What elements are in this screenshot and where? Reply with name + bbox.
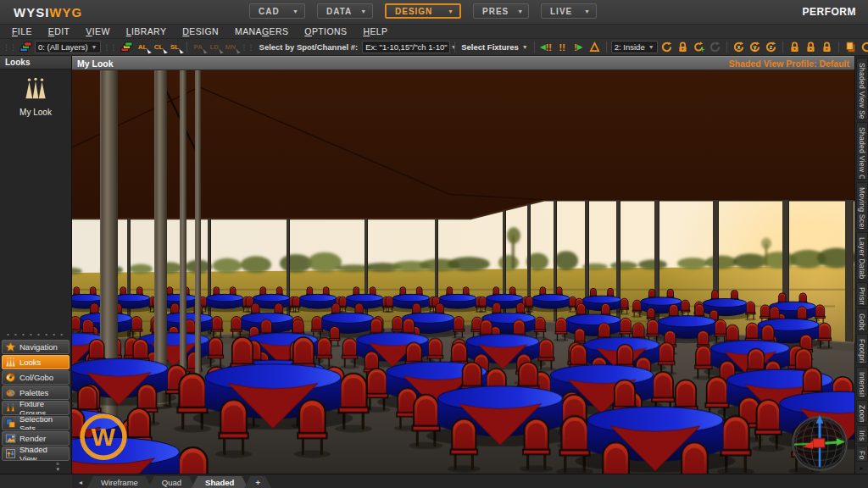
chevron-down-icon: ▾ xyxy=(56,467,59,472)
toolbar-separator xyxy=(454,42,455,53)
panel-button-shaded-view[interactable]: Shaded View... xyxy=(2,446,70,461)
view-tab-quad[interactable]: Quad xyxy=(148,476,195,488)
svg-text:+: + xyxy=(700,46,704,53)
rotate-y-icon[interactable]: y xyxy=(748,40,762,54)
chevron-down-icon: ▼ xyxy=(292,8,299,14)
panel-button-selection-sets[interactable]: Selection Sets xyxy=(2,416,70,430)
quick-panel-tab-intensity[interactable]: Intensity xyxy=(856,367,868,396)
menu-design[interactable]: DESIGN xyxy=(182,26,219,36)
panel-button-render[interactable]: Render xyxy=(2,431,70,446)
quick-panel-tab-gobo[interactable]: Gobo xyxy=(856,308,868,331)
group-icon xyxy=(5,402,16,413)
refresh-view-icon[interactable] xyxy=(860,40,868,54)
quick-panel-tab-layer-database[interactable]: Layer Database xyxy=(856,232,868,280)
scene-layers-icon[interactable] xyxy=(120,40,134,54)
menu-library[interactable]: LIBRARY xyxy=(126,26,167,36)
mode-button-live[interactable]: LIVE▼ xyxy=(541,3,597,19)
copy-view-icon[interactable] xyxy=(843,40,858,54)
viewport-scene-3d[interactable]: W xyxy=(72,70,854,474)
menu-edit[interactable]: EDIT xyxy=(48,26,70,36)
mode-button-pres[interactable]: PRES▼ xyxy=(473,3,529,19)
panel-button-fixture-groups[interactable]: Fixture Groups xyxy=(2,401,70,415)
perform-label: PERFORM xyxy=(803,6,857,18)
quick-panel-tab-footprint[interactable]: Footprint xyxy=(856,334,868,365)
panel-button-label: Navigation xyxy=(19,342,58,352)
lock-z-icon[interactable] xyxy=(820,40,834,54)
lock-y-icon[interactable] xyxy=(804,40,818,54)
menu-help[interactable]: HELP xyxy=(363,26,387,36)
quick-panel-tab-zoom[interactable]: Zoom xyxy=(856,400,868,424)
active-layer-combo[interactable]: 0: (All Layers)▼ xyxy=(35,41,101,53)
viewport-title-bar[interactable]: My Look Shaded View Profile: Default xyxy=(72,56,854,70)
panel-drag-handle[interactable]: • • • • • • • • xyxy=(0,330,71,338)
mode-button-cad[interactable]: CAD▼ xyxy=(249,3,305,19)
select-all-tool-icon[interactable]: AL xyxy=(136,40,150,54)
panel-button-label: Col/Gobo xyxy=(19,373,53,382)
rotate-z-icon[interactable]: z xyxy=(764,40,778,54)
menu-options[interactable]: OPTIONS xyxy=(304,26,347,36)
menu-managers[interactable]: MANAGERS xyxy=(235,26,288,36)
new-camera-icon[interactable]: + xyxy=(692,40,706,54)
select-min-tool-icon[interactable]: MN xyxy=(224,40,238,54)
bottom-left-filler xyxy=(0,474,72,488)
layer-colors-icon[interactable] xyxy=(19,40,33,54)
toolbar-separator xyxy=(838,42,839,53)
toolbar-grip: ⋮⋮ xyxy=(2,43,17,52)
panel-button-looks[interactable]: Looks xyxy=(2,355,70,369)
next-flag-icon[interactable]: !▶ xyxy=(571,40,586,54)
camera-view-combo[interactable]: 2: Inside▼ xyxy=(611,41,658,53)
panel-button-palettes[interactable]: Palettes xyxy=(2,385,70,400)
tent-ceiling xyxy=(72,70,854,219)
look-item-my-look[interactable]: My Look xyxy=(0,76,71,117)
quick-panel-tab-shaded-view-settings[interactable]: Shaded View Settings xyxy=(856,58,868,119)
select-fixtures-dropdown[interactable]: Select Fixtures▼ xyxy=(459,42,530,52)
select-spot-tool-icon[interactable]: SL xyxy=(168,40,182,54)
panel-button-col-gobo[interactable]: Col/Gobo xyxy=(2,370,70,385)
lock-camera-icon[interactable] xyxy=(676,40,690,54)
select-patch-tool-icon[interactable]: PA xyxy=(192,40,206,54)
mode-button-data[interactable]: DATA▼ xyxy=(317,3,373,19)
orbit-camera-icon[interactable] xyxy=(659,40,674,54)
menu-bar: FILEEDITVIEWLIBRARYDESIGNMANAGERSOPTIONS… xyxy=(0,25,868,39)
tab-scroll-left-button[interactable]: ◂ xyxy=(72,479,87,488)
chevron-down-icon: ▼ xyxy=(522,44,528,50)
lock-x-icon[interactable] xyxy=(787,40,802,54)
panel-button-label: Looks xyxy=(19,358,41,367)
beams-icon xyxy=(5,357,16,368)
quick-panel-tab-moving-scenery[interactable]: Moving Scenery xyxy=(856,182,868,230)
chevron-down-icon: ▼ xyxy=(584,8,591,14)
rotate-x-icon[interactable]: x xyxy=(732,40,746,54)
panel-button-label: Fixture Groups xyxy=(19,401,66,415)
mode-button-design[interactable]: DESIGN▼ xyxy=(385,3,461,19)
toolbar-separator xyxy=(726,42,727,53)
chevron-down-icon: ▼ xyxy=(517,8,524,14)
chevron-down-icon: ▼ xyxy=(448,8,454,14)
quick-panel-tab-fo[interactable]: Fo xyxy=(856,446,868,462)
quick-panel-tab-prism[interactable]: Prism xyxy=(856,282,868,306)
shadedv-icon xyxy=(5,448,16,459)
select-channel-tool-icon[interactable]: CL xyxy=(152,40,166,54)
menu-view[interactable]: VIEW xyxy=(86,26,109,36)
view-tab-wireframe[interactable]: Wireframe xyxy=(87,476,152,488)
viewport-title: My Look xyxy=(77,58,114,69)
beam-cone-icon[interactable] xyxy=(587,40,602,54)
quick-panel-tab-shaded-view-output[interactable]: Shaded View Output xyxy=(856,122,868,180)
menu-file[interactable]: FILE xyxy=(12,26,32,36)
svg-text:z: z xyxy=(769,44,772,50)
panel-overflow-marks[interactable]: »▾ xyxy=(0,462,71,474)
svg-text:y: y xyxy=(753,44,756,51)
wysiwyg-logo: WYSIWYG xyxy=(14,5,82,19)
toolbar-grip: ⋮⋮ xyxy=(103,43,118,52)
quick-panel-scroll-icon[interactable]: ▸ xyxy=(860,464,863,472)
add-view-tab-button[interactable]: + xyxy=(244,476,271,488)
select-load-tool-icon[interactable]: LD xyxy=(208,40,222,54)
quick-panel-tab-iris[interactable]: Iris xyxy=(856,425,868,443)
panel-button-navigation[interactable]: Navigation xyxy=(2,340,70,354)
view-tab-shaded[interactable]: Shaded xyxy=(192,476,248,488)
palette-icon xyxy=(5,387,16,398)
reset-camera-icon[interactable] xyxy=(708,40,722,54)
mode-switcher: CAD▼DATA▼DESIGN▼PRES▼LIVE▼ xyxy=(249,3,597,19)
flags-icon[interactable]: !! xyxy=(555,40,570,54)
prev-flag-icon[interactable]: ◀!! xyxy=(539,40,554,54)
channel-number-combo[interactable]: Ex: "1-10,15"/"ch 1-10"▼ xyxy=(362,41,450,53)
